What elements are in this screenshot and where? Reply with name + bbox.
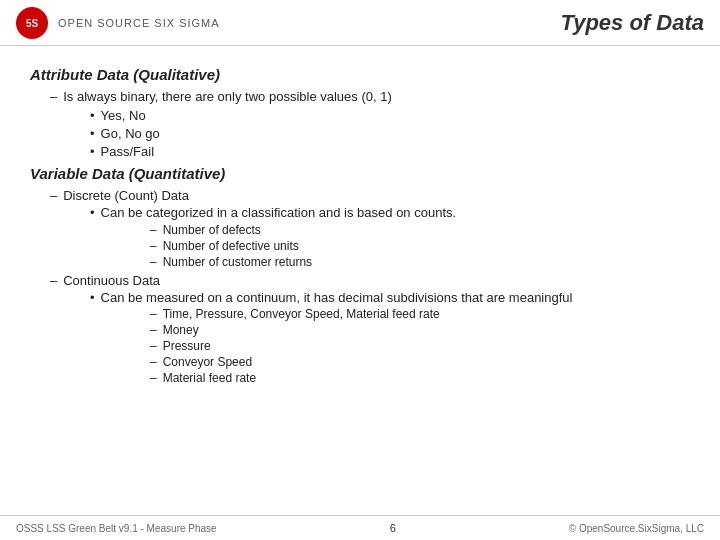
list-item: – Material feed rate <box>150 371 690 385</box>
bullet-icon: • <box>90 126 95 141</box>
attribute-title: Attribute Data (Qualitative) <box>30 66 690 83</box>
item-text: Material feed rate <box>163 371 256 385</box>
list-item: – Conveyor Speed <box>150 355 690 369</box>
dash-icon: – <box>150 323 157 337</box>
discrete-desc-text: Can be categorized in a classification a… <box>101 205 457 220</box>
continuous-label: Continuous Data <box>63 273 160 288</box>
footer-right: © OpenSource.SixSigma, LLC <box>569 523 704 534</box>
continuous-desc-item: • Can be measured on a continuum, it has… <box>90 290 690 305</box>
list-item: – Number of defects <box>150 223 690 237</box>
attribute-binary-text: Is always binary, there are only two pos… <box>63 89 392 104</box>
continuous-items: – Time, Pressure, Conveyor Speed, Materi… <box>150 307 690 385</box>
variable-section: Variable Data (Quantitative) – Discrete … <box>30 165 690 385</box>
bullet-text: Pass/Fail <box>101 144 154 159</box>
bullet-icon: • <box>90 144 95 159</box>
bullet-text: Yes, No <box>101 108 146 123</box>
discrete-label: Discrete (Count) Data <box>63 188 189 203</box>
bullet-icon: • <box>90 108 95 123</box>
brand-label: OPEN SOURCE SIX SIGMA <box>58 17 220 29</box>
item-text: Time, Pressure, Conveyor Speed, Material… <box>163 307 440 321</box>
bullet-icon: • <box>90 290 95 305</box>
header-left: 5S OPEN SOURCE SIX SIGMA <box>16 7 220 39</box>
dash-icon: – <box>150 239 157 253</box>
attribute-section: Attribute Data (Qualitative) – Is always… <box>30 66 690 159</box>
header: 5S OPEN SOURCE SIX SIGMA Types of Data <box>0 0 720 46</box>
list-item: • Go, No go <box>90 126 690 141</box>
discrete-header: – Discrete (Count) Data <box>50 188 690 203</box>
dash-icon: – <box>50 273 57 288</box>
item-text: Number of customer returns <box>163 255 312 269</box>
bullet-icon: • <box>90 205 95 220</box>
list-item: – Money <box>150 323 690 337</box>
main-content: Attribute Data (Qualitative) – Is always… <box>0 46 720 397</box>
footer-page: 6 <box>390 522 396 534</box>
item-text: Number of defective units <box>163 239 299 253</box>
item-text: Money <box>163 323 199 337</box>
continuous-header: – Continuous Data <box>50 273 690 288</box>
continuous-desc-text: Can be measured on a continuum, it has d… <box>101 290 573 305</box>
list-item: • Pass/Fail <box>90 144 690 159</box>
dash-icon: – <box>150 371 157 385</box>
continuous-desc-row: • Can be measured on a continuum, it has… <box>90 290 690 385</box>
list-item: – Time, Pressure, Conveyor Speed, Materi… <box>150 307 690 321</box>
dash-icon: – <box>150 307 157 321</box>
discrete-items: – Number of defects – Number of defectiv… <box>150 223 690 269</box>
variable-title: Variable Data (Quantitative) <box>30 165 690 182</box>
item-text: Number of defects <box>163 223 261 237</box>
list-item: • Yes, No <box>90 108 690 123</box>
list-item: – Number of customer returns <box>150 255 690 269</box>
footer: OSSS LSS Green Belt v9.1 - Measure Phase… <box>0 515 720 540</box>
item-text: Pressure <box>163 339 211 353</box>
discrete-desc-item: • Can be categorized in a classification… <box>90 205 690 220</box>
page-title: Types of Data <box>561 10 704 36</box>
dash-icon: – <box>150 223 157 237</box>
attribute-bullets: • Yes, No • Go, No go • Pass/Fail <box>90 108 690 159</box>
bullet-text: Go, No go <box>101 126 160 141</box>
dash-icon: – <box>150 339 157 353</box>
list-item: – Number of defective units <box>150 239 690 253</box>
dash-icon: – <box>150 255 157 269</box>
dash-icon: – <box>150 355 157 369</box>
list-item: – Pressure <box>150 339 690 353</box>
variable-sub: – Discrete (Count) Data • Can be categor… <box>50 188 690 385</box>
discrete-desc-row: • Can be categorized in a classification… <box>90 205 690 269</box>
svg-text:5S: 5S <box>26 18 39 29</box>
attribute-sub: – Is always binary, there are only two p… <box>50 89 690 159</box>
attribute-binary-item: – Is always binary, there are only two p… <box>50 89 690 104</box>
dash-icon: – <box>50 188 57 203</box>
logo-icon: 5S <box>16 7 48 39</box>
item-text: Conveyor Speed <box>163 355 252 369</box>
footer-left: OSSS LSS Green Belt v9.1 - Measure Phase <box>16 523 217 534</box>
dash-icon: – <box>50 89 57 104</box>
